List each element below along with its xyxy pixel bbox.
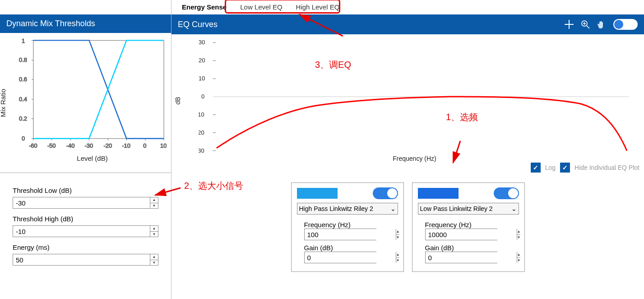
filter1-gain-label: Gain (dB) bbox=[304, 244, 391, 252]
svg-text:-10: -10 bbox=[122, 142, 130, 149]
svg-rect-0 bbox=[33, 40, 164, 138]
filter1-color-swatch bbox=[297, 188, 338, 199]
eq-header-toggle[interactable] bbox=[613, 19, 638, 30]
svg-text:10: 10 bbox=[199, 75, 205, 82]
svg-text:30: 30 bbox=[199, 39, 205, 46]
svg-line-30 bbox=[587, 26, 589, 28]
eq-x-axis-label: Frequency (Hz) bbox=[199, 155, 630, 162]
filter2-gain-spinner[interactable]: ▲▼ bbox=[517, 252, 521, 263]
filter1-freq-input[interactable]: ▲▼ bbox=[304, 229, 376, 240]
filter-card-2: Low Pass Linkwitz Riley 2 ⌄ Frequency (H… bbox=[412, 182, 525, 272]
threshold-low-label: Threshold Low (dB) bbox=[13, 187, 158, 194]
filter2-freq-field[interactable] bbox=[426, 229, 517, 240]
svg-text:0: 0 bbox=[143, 142, 146, 149]
left-panel: Dynamic Mix Thresholds Mix Ratio 0 0.2 0… bbox=[0, 0, 171, 299]
svg-text:0.2: 0.2 bbox=[19, 115, 27, 122]
svg-text:-60: -60 bbox=[29, 142, 37, 149]
filter2-gain-label: Gain (dB) bbox=[425, 244, 512, 252]
hide-plots-label: Hide Individual EQ Plot bbox=[575, 164, 639, 171]
svg-text:-50: -50 bbox=[47, 142, 56, 149]
energy-spinner[interactable]: ▲▼ bbox=[150, 254, 158, 265]
zoom-icon[interactable] bbox=[581, 20, 590, 29]
energy-input[interactable]: ▲▼ bbox=[13, 254, 158, 266]
filter1-gain-input[interactable]: ▲▼ bbox=[304, 252, 376, 263]
filter2-gain-input[interactable]: ▲▼ bbox=[425, 252, 497, 263]
filter1-gain-field[interactable] bbox=[305, 252, 396, 263]
filter-cards-row: High Pass Linkwitz Riley 2 ⌄ Frequency (… bbox=[171, 179, 644, 272]
mix-chart-svg: 0 0.2 0.4 0.6 0.8 1 -60 -50 -40 -30 -20 … bbox=[18, 37, 167, 155]
svg-text:0.8: 0.8 bbox=[19, 56, 27, 63]
energy-field[interactable] bbox=[13, 254, 150, 265]
filter1-type-value: High Pass Linkwitz Riley 2 bbox=[299, 205, 373, 212]
eq-curves-header: EQ Curves bbox=[171, 14, 644, 34]
svg-text:-30: -30 bbox=[85, 142, 93, 149]
threshold-low-spinner[interactable]: ▲▼ bbox=[150, 197, 158, 208]
chevron-down-icon: ⌄ bbox=[511, 205, 517, 212]
svg-text:0: 0 bbox=[201, 93, 204, 100]
log-checkbox[interactable]: ✓ bbox=[531, 163, 541, 173]
svg-text:10: 10 bbox=[160, 142, 167, 149]
filter2-freq-spinner[interactable]: ▲▼ bbox=[517, 229, 521, 240]
filter1-type-select[interactable]: High Pass Linkwitz Riley 2 ⌄ bbox=[297, 203, 398, 215]
svg-text:-20: -20 bbox=[199, 129, 204, 136]
mix-x-axis-label: Level (dB) bbox=[18, 154, 167, 162]
filter1-freq-label: Frequency (Hz) bbox=[304, 221, 391, 229]
log-checkbox-label: Log bbox=[545, 164, 556, 171]
eq-chart: dB 30 20 10 0 -10 -20 -30 20 100 1k 10 bbox=[171, 34, 644, 179]
svg-text:1: 1 bbox=[22, 37, 25, 44]
threshold-form: Threshold Low (dB) ▲▼ Threshold High (dB… bbox=[0, 173, 171, 276]
filter2-type-select[interactable]: Low Pass Linkwitz Riley 2 ⌄ bbox=[418, 203, 519, 215]
tab-high-level-eq[interactable]: High Level EQ bbox=[289, 0, 347, 14]
filter2-color-swatch bbox=[418, 188, 459, 199]
svg-text:-10: -10 bbox=[199, 111, 204, 118]
threshold-high-spinner[interactable]: ▲▼ bbox=[150, 226, 158, 237]
svg-text:-20: -20 bbox=[103, 142, 112, 149]
tab-energy-sense[interactable]: Energy Sense bbox=[175, 0, 233, 14]
filter2-gain-field[interactable] bbox=[426, 252, 517, 263]
svg-text:0.4: 0.4 bbox=[19, 96, 27, 103]
chevron-down-icon: ⌄ bbox=[390, 205, 396, 212]
tab-low-level-eq[interactable]: Low Level EQ bbox=[233, 0, 289, 14]
crosshair-icon[interactable] bbox=[565, 20, 574, 29]
hide-plots-checkbox[interactable]: ✓ bbox=[560, 163, 570, 173]
svg-text:0: 0 bbox=[22, 135, 25, 142]
filter-card-1: High Pass Linkwitz Riley 2 ⌄ Frequency (… bbox=[291, 182, 404, 272]
energy-label: Energy (ms) bbox=[13, 243, 158, 251]
eq-chart-svg: 30 20 10 0 -10 -20 -30 20 100 1k 10k 24k bbox=[199, 38, 630, 155]
threshold-high-input[interactable]: ▲▼ bbox=[13, 225, 158, 237]
svg-text:-30: -30 bbox=[199, 147, 204, 154]
filter2-freq-label: Frequency (Hz) bbox=[425, 221, 512, 229]
threshold-high-field[interactable] bbox=[13, 226, 150, 237]
threshold-high-label: Threshold High (dB) bbox=[13, 215, 158, 223]
filter1-freq-field[interactable] bbox=[305, 229, 396, 240]
filter1-gain-spinner[interactable]: ▲▼ bbox=[396, 252, 400, 263]
filter1-enable-toggle[interactable] bbox=[373, 187, 398, 199]
eq-curves-title: EQ Curves bbox=[178, 20, 218, 29]
filter2-freq-input[interactable]: ▲▼ bbox=[425, 229, 497, 240]
svg-text:-40: -40 bbox=[66, 142, 75, 149]
filter1-freq-spinner[interactable]: ▲▼ bbox=[396, 229, 400, 240]
filter2-enable-toggle[interactable] bbox=[494, 187, 519, 199]
svg-text:20: 20 bbox=[199, 57, 205, 64]
mix-ratio-chart: Mix Ratio 0 0.2 0.4 0.6 0.8 1 -60 -50 -4 bbox=[0, 33, 171, 173]
mix-y-axis-label: Mix Ratio bbox=[0, 89, 7, 117]
tab-row: Energy Sense Low Level EQ High Level EQ bbox=[171, 0, 644, 14]
right-panel: Energy Sense Low Level EQ High Level EQ … bbox=[171, 0, 644, 299]
eq-y-axis-label: dB bbox=[174, 97, 181, 105]
eq-checkbox-row: ✓ Log ✓ Hide Individual EQ Plot bbox=[531, 163, 639, 173]
mix-thresholds-header: Dynamic Mix Thresholds bbox=[0, 14, 171, 33]
mix-thresholds-title: Dynamic Mix Thresholds bbox=[6, 19, 95, 28]
filter2-type-value: Low Pass Linkwitz Riley 2 bbox=[420, 205, 493, 212]
svg-text:0.6: 0.6 bbox=[19, 76, 27, 83]
threshold-low-field[interactable] bbox=[13, 197, 150, 208]
pan-hand-icon[interactable] bbox=[597, 20, 606, 29]
threshold-low-input[interactable]: ▲▼ bbox=[13, 197, 158, 209]
